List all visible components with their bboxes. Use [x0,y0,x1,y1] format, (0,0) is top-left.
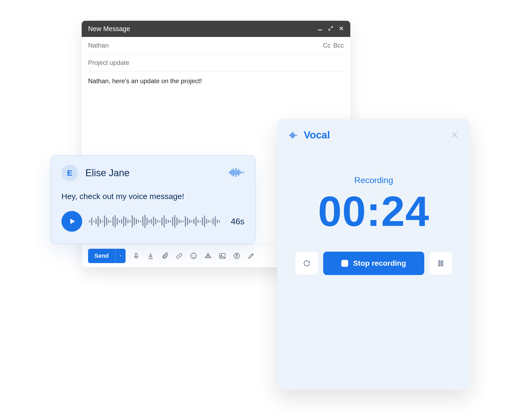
compose-title: New Message [88,25,130,33]
link-icon[interactable] [176,252,183,260]
to-field[interactable]: Nathan Cc Bcc [88,37,344,54]
sender-name: Elise Jane [85,167,130,179]
bcc-link[interactable]: Bcc [333,42,344,49]
svg-rect-10 [442,261,443,266]
send-button[interactable]: Send [88,249,115,263]
pause-button[interactable] [429,252,452,275]
message-body-text: Nathan, here's an update on the project! [88,77,202,85]
to-value: Nathan [88,42,109,49]
avatar: E [61,165,78,181]
svg-point-6 [221,255,222,256]
signature-icon[interactable] [247,252,255,260]
subject-field[interactable]: Project update [88,54,344,71]
svg-point-7 [234,253,239,259]
stop-recording-button[interactable]: Stop recording [323,252,424,275]
svg-rect-9 [439,261,440,266]
cc-link[interactable]: Cc [323,42,331,49]
voice-message-card: E Elise Jane Hey, check out my voice mes… [50,155,256,244]
close-icon[interactable] [451,131,459,140]
subject-value: Project update [88,59,129,66]
brand-name: Vocal [304,129,330,141]
svg-rect-0 [318,29,322,30]
microphone-icon[interactable] [132,252,140,260]
close-icon[interactable] [339,26,344,32]
emoji-icon[interactable] [190,252,197,260]
attachment-icon[interactable] [161,252,169,260]
waveform[interactable] [89,214,224,229]
svg-point-2 [191,253,196,259]
voice-card-text: Hey, check out my voice message! [61,192,244,201]
avatar-initial: E [67,168,72,178]
confidential-icon[interactable] [233,252,240,260]
expand-icon[interactable] [328,26,333,32]
stop-icon [341,260,348,267]
send-options-button[interactable] [115,249,126,263]
svg-rect-1 [135,253,137,257]
image-icon[interactable] [219,252,226,260]
svg-point-3 [192,255,193,256]
svg-point-4 [194,255,195,256]
stop-recording-label: Stop recording [353,259,406,268]
recorder-panel: Vocal Recording 00:24 Stop recording [277,119,470,390]
recording-timer: 00:24 [289,187,459,236]
duration-label: 46s [231,217,244,226]
recording-status: Recording [289,175,459,185]
play-button[interactable] [61,211,82,232]
soundwave-icon [228,167,244,179]
compose-header: New Message [82,21,350,37]
brand: Vocal [289,129,330,141]
minimize-icon[interactable] [317,26,323,32]
drive-icon[interactable] [204,252,212,260]
text-format-icon[interactable] [147,252,154,260]
restart-button[interactable] [295,252,318,275]
